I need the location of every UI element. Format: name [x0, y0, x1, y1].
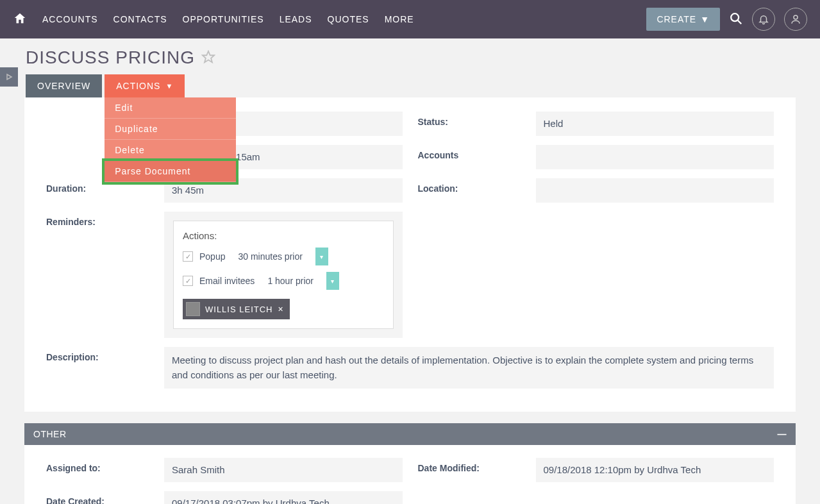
svg-line-1 [738, 20, 742, 24]
menu-delete[interactable]: Delete [105, 140, 236, 161]
email-checkbox[interactable]: ✓ [183, 276, 193, 286]
reminders-label: Reminders: [46, 212, 164, 338]
invitee-chip[interactable]: WILLIS LEITCH × [183, 299, 290, 319]
home-icon[interactable] [13, 12, 27, 28]
status-value: Held [536, 112, 774, 136]
modified-value: 09/18/2018 12:10pm by Urdhva Tech [536, 458, 774, 482]
other-panel-body: Assigned to: Sarah Smith Date Modified: … [24, 445, 796, 504]
menu-edit[interactable]: Edit [105, 97, 236, 119]
caret-down-icon: ▼ [165, 82, 173, 90]
reminders-inner: Actions: ✓ Popup 30 minutes prior ▾ ✓ Em… [173, 221, 394, 329]
nav-left: ACCOUNTS CONTACTS OPPORTUNITIES LEADS QU… [13, 12, 414, 28]
popup-label: Popup [199, 251, 225, 262]
nav-accounts[interactable]: ACCOUNTS [42, 14, 98, 24]
location-value [536, 178, 774, 203]
search-icon[interactable] [729, 12, 743, 28]
invitee-name: WILLIS LEITCH [205, 305, 272, 314]
bell-icon[interactable] [752, 8, 775, 31]
actions-dropdown: Edit Duplicate Delete Parse Document [105, 97, 236, 182]
star-icon[interactable] [201, 50, 215, 66]
nav-contacts[interactable]: CONTACTS [113, 14, 167, 24]
menu-parse-document[interactable]: Parse Document [105, 161, 236, 182]
page-title: DISCUSS PRICING [26, 47, 195, 68]
nav-opportunities[interactable]: OPPORTUNITIES [183, 14, 264, 24]
create-button[interactable]: CREATE ▼ [646, 8, 720, 31]
popup-select[interactable]: 30 minutes prior [231, 248, 308, 265]
user-icon[interactable] [784, 8, 807, 31]
top-nav: ACCOUNTS CONTACTS OPPORTUNITIES LEADS QU… [0, 0, 820, 38]
caret-down-icon: ▼ [700, 14, 710, 24]
assigned-value: Sarah Smith [164, 458, 403, 482]
side-toggle[interactable] [0, 67, 18, 87]
svg-point-0 [731, 13, 739, 21]
accounts-value [536, 145, 774, 169]
status-label: Status: [418, 112, 536, 136]
svg-marker-3 [203, 51, 214, 62]
assigned-label: Assigned to: [46, 458, 164, 482]
nav-more[interactable]: MORE [385, 14, 414, 24]
description-value: Meeting to discuss project plan and hash… [164, 347, 774, 389]
nav-right: CREATE ▼ [646, 8, 807, 31]
close-icon[interactable]: × [278, 304, 283, 314]
tab-overview[interactable]: OVERVIEW [26, 74, 102, 97]
modified-label: Date Modified: [418, 458, 536, 482]
collapse-icon[interactable]: — [778, 429, 787, 439]
menu-duplicate[interactable]: Duplicate [105, 119, 236, 140]
create-label: CREATE [657, 14, 696, 24]
description-label: Description: [46, 347, 164, 389]
avatar [186, 302, 200, 316]
other-panel-header[interactable]: OTHER — [24, 423, 796, 445]
email-label: Email invitees [199, 276, 255, 286]
reminders-actions-label: Actions: [183, 230, 384, 241]
svg-marker-4 [7, 74, 12, 80]
nav-leads[interactable]: LEADS [280, 14, 312, 24]
tab-actions-label: ACTIONS [116, 81, 160, 91]
chevron-down-icon[interactable]: ▾ [326, 272, 339, 290]
accounts-label: Accounts [418, 145, 536, 169]
other-title: OTHER [33, 429, 67, 439]
tab-actions[interactable]: ACTIONS ▼ Edit Duplicate Delete Parse Do… [105, 74, 185, 97]
page-header: DISCUSS PRICING [0, 38, 820, 74]
popup-checkbox[interactable]: ✓ [183, 251, 193, 262]
created-value: 09/17/2018 03:07pm by Urdhva Tech [164, 491, 403, 504]
svg-point-2 [794, 15, 798, 19]
chevron-down-icon[interactable]: ▾ [315, 248, 328, 265]
location-label: Location: [418, 178, 536, 203]
email-select[interactable]: 1 hour prior [261, 273, 320, 289]
created-label: Date Created: [46, 491, 164, 504]
reminders-box: Actions: ✓ Popup 30 minutes prior ▾ ✓ Em… [164, 212, 403, 338]
tabs: OVERVIEW ACTIONS ▼ Edit Duplicate Delete… [26, 74, 820, 97]
nav-quotes[interactable]: QUOTES [328, 14, 369, 24]
